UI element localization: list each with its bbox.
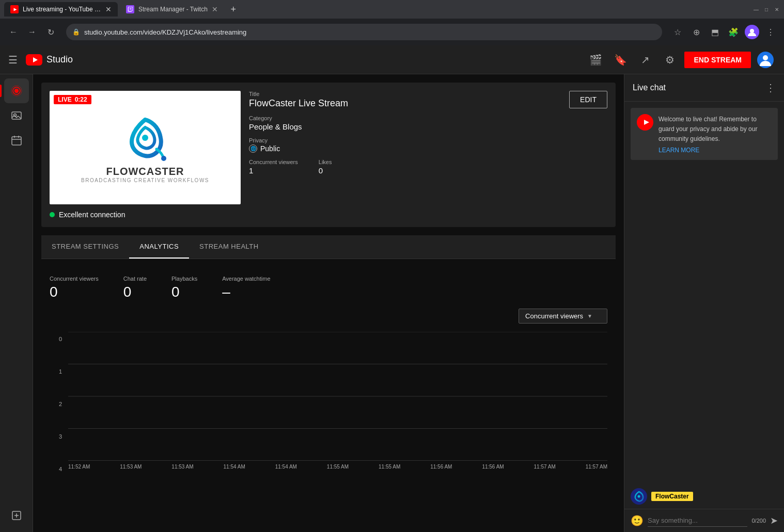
- tab-stream-health[interactable]: STREAM HEALTH: [189, 235, 269, 259]
- svg-rect-12: [12, 137, 21, 145]
- metric-concurrent-label: Concurrent viewers: [50, 276, 99, 282]
- settings-header-icon[interactable]: ⚙: [660, 50, 680, 70]
- y-label-0: 0: [50, 336, 62, 342]
- chart-container: Concurrent viewers ▼ 4 3 2 1 0: [41, 300, 616, 485]
- tab-twitch[interactable]: Stream Manager - Twitch ✕: [120, 2, 224, 17]
- x-label-9: 11:57 AM: [534, 464, 556, 476]
- yt-header-right: 🎬 🔖 ↗ ⚙ END STREAM: [585, 50, 776, 70]
- chat-messages: [624, 166, 784, 484]
- chat-header: Live chat ⋮: [624, 74, 784, 102]
- svg-rect-2: [131, 8, 131, 10]
- stream-title: FlowCaster Live Stream: [249, 98, 348, 109]
- forward-button[interactable]: →: [25, 25, 39, 39]
- y-labels: 4 3 2 1 0: [50, 332, 62, 476]
- x-label-8: 11:56 AM: [482, 464, 504, 476]
- yt-sidebar: [0, 74, 33, 532]
- chat-user-avatar: [631, 488, 647, 505]
- y-label-3: 3: [50, 433, 62, 440]
- address-bar-row: ← → ↻ 🔒 studio.youtube.com/video/KDZJVj1…: [0, 19, 784, 45]
- bookmark-header-icon[interactable]: 🔖: [610, 50, 631, 70]
- extensions-icon[interactable]: 🧩: [726, 25, 741, 39]
- back-button[interactable]: ←: [6, 25, 21, 39]
- tab-youtube-close[interactable]: ✕: [105, 5, 112, 13]
- metric-watchtime: Average watchtime –: [222, 276, 270, 300]
- address-text: studio.youtube.com/video/KDZJVj1CAko/liv…: [84, 28, 246, 36]
- preview-image: FLOWCASTER BROADCASTING CREATIVE WORKFLO…: [50, 91, 241, 204]
- hamburger-icon[interactable]: ☰: [8, 54, 18, 66]
- share-header-icon[interactable]: ↗: [635, 50, 655, 70]
- x-label-2: 11:53 AM: [171, 464, 193, 476]
- chat-welcome-content: Welcome to live chat! Remember to guard …: [658, 114, 772, 154]
- tab-youtube[interactable]: Live streaming - YouTube Studio ✕: [4, 2, 118, 17]
- emoji-button[interactable]: 🙂: [631, 514, 644, 527]
- send-button[interactable]: ➤: [770, 515, 778, 526]
- zoom-icon[interactable]: ⊕: [689, 25, 703, 39]
- y-label-2: 2: [50, 401, 62, 407]
- learn-more-link[interactable]: LEARN MORE: [658, 147, 772, 154]
- chat-input[interactable]: [648, 514, 747, 527]
- yt-app: ☰ Studio 🎬 🔖 ↗ ⚙ END STREAM: [0, 45, 784, 532]
- sidebar-item-live[interactable]: [4, 78, 29, 103]
- flowcaster-logo: FLOWCASTER BROADCASTING CREATIVE WORKFLO…: [50, 91, 241, 204]
- svg-marker-0: [14, 8, 17, 11]
- chat-title: Live chat: [633, 83, 666, 92]
- metric-concurrent-value: 0: [50, 284, 99, 300]
- window-controls: — □ ✕: [753, 6, 780, 12]
- profile-avatar[interactable]: [745, 25, 759, 39]
- stream-top: FLOWCASTER BROADCASTING CREATIVE WORKFLO…: [41, 83, 616, 227]
- yt-content: FLOWCASTER BROADCASTING CREATIVE WORKFLO…: [33, 74, 624, 532]
- metric-chat-value: 0: [123, 284, 147, 300]
- live-label: LIVE: [58, 96, 72, 103]
- x-label-7: 11:56 AM: [430, 464, 452, 476]
- minimize-button[interactable]: —: [753, 6, 759, 12]
- yt-favicon: [10, 5, 19, 13]
- title-block: Title FlowCaster Live Stream: [249, 91, 348, 109]
- chart-dropdown[interactable]: Concurrent viewers ▼: [519, 309, 607, 324]
- bookmark-icon[interactable]: ☆: [670, 25, 685, 39]
- tab-stream-settings[interactable]: STREAM SETTINGS: [41, 235, 129, 259]
- metric-watchtime-label: Average watchtime: [222, 276, 270, 282]
- yt-profile-icon[interactable]: [755, 50, 776, 70]
- info-header: Title FlowCaster Live Stream EDIT: [249, 91, 607, 109]
- analytics-content: Concurrent viewers 0 Chat rate 0 Playbac…: [41, 267, 616, 485]
- svg-point-22: [638, 495, 640, 498]
- stream-info: Title FlowCaster Live Stream EDIT Catego…: [249, 91, 607, 219]
- sidebar-item-flag[interactable]: [4, 503, 29, 528]
- yt-logo: Studio: [26, 54, 73, 66]
- flowcaster-sub: BROADCASTING CREATIVE WORKFLOWS: [81, 178, 209, 183]
- address-bar[interactable]: 🔒 studio.youtube.com/video/KDZJVj1CAko/l…: [66, 24, 662, 40]
- chart-inner: [68, 332, 607, 461]
- connection-dot: [50, 212, 55, 217]
- edit-button[interactable]: EDIT: [569, 91, 607, 108]
- live-badge: LIVE 0:22: [54, 95, 91, 104]
- privacy-label: Privacy: [249, 137, 607, 143]
- close-button[interactable]: ✕: [774, 6, 780, 12]
- flowcaster-name: FLOWCASTER: [106, 166, 184, 178]
- viewers-value: 1: [249, 166, 298, 175]
- refresh-button[interactable]: ↻: [43, 25, 58, 39]
- metric-concurrent: Concurrent viewers 0: [50, 276, 99, 300]
- sidebar-item-calendar[interactable]: [4, 128, 29, 153]
- chat-welcome-text: Welcome to live chat! Remember to guard …: [658, 116, 757, 142]
- category-label: Category: [249, 115, 607, 121]
- tab-twitch-title: Stream Manager - Twitch: [138, 6, 208, 13]
- new-tab-button[interactable]: +: [226, 2, 241, 17]
- tab-analytics[interactable]: ANALYTICS: [129, 235, 189, 259]
- x-label-4: 11:54 AM: [275, 464, 297, 476]
- chat-welcome: Welcome to live chat! Remember to guard …: [631, 108, 778, 160]
- sidebar-item-photos[interactable]: [4, 103, 29, 128]
- privacy-value: Public: [260, 144, 280, 153]
- live-timer: 0:22: [75, 96, 87, 103]
- tab-twitch-close[interactable]: ✕: [212, 5, 218, 13]
- menu-icon[interactable]: ⋮: [763, 25, 778, 39]
- svg-point-14: [142, 135, 148, 141]
- camera-header-icon[interactable]: 🎬: [585, 50, 606, 70]
- cast-icon[interactable]: ⬒: [708, 25, 722, 39]
- chat-menu-icon[interactable]: ⋮: [765, 82, 776, 94]
- maximize-button[interactable]: □: [763, 6, 770, 12]
- chat-panel: Live chat ⋮ Welcome to live chat! Rememb…: [624, 74, 784, 532]
- svg-marker-4: [33, 57, 38, 62]
- metric-chat-label: Chat rate: [123, 276, 147, 282]
- browser-actions: ☆ ⊕ ⬒ 🧩 ⋮: [670, 25, 778, 39]
- end-stream-button[interactable]: END STREAM: [684, 52, 751, 68]
